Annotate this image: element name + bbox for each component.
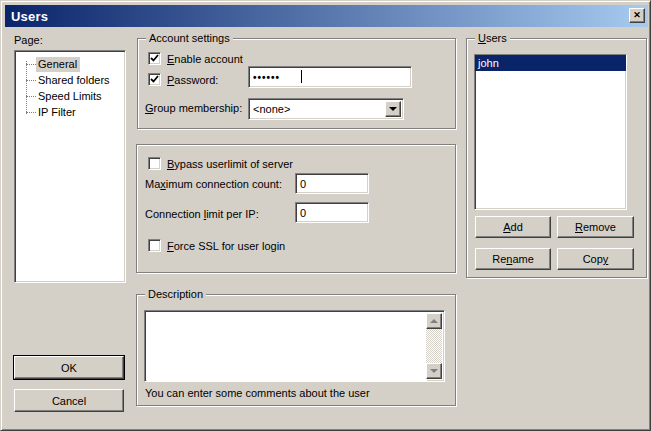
tree-item-label[interactable]: IP Filter [36, 105, 79, 120]
dropdown-button[interactable] [385, 101, 401, 117]
description-group: Description You can enter some comments … [136, 294, 456, 406]
group-membership-select[interactable]: <none> [248, 98, 404, 120]
force-ssl-checkbox[interactable] [148, 239, 161, 252]
connection-limit-per-ip-label: Connection limit per IP: [145, 208, 259, 221]
rename-user-button[interactable]: Rename [475, 248, 551, 270]
users-listbox[interactable]: john [474, 54, 627, 210]
account-settings-group: Account settings Enable account Password… [137, 38, 456, 129]
tree-item-label[interactable]: Shared folders [36, 73, 113, 88]
tree-line-connector [26, 96, 36, 97]
password-input[interactable] [248, 66, 412, 88]
force-ssl-label[interactable]: Force SSL for user login [167, 240, 285, 253]
tree-line-connector [26, 112, 36, 113]
max-connection-count-input[interactable] [295, 173, 369, 194]
close-icon: ✕ [633, 11, 641, 20]
connection-limit-per-ip-input[interactable] [295, 202, 369, 223]
description-box [144, 310, 445, 382]
title-bar[interactable]: Users ✕ [5, 5, 648, 27]
password-checkbox[interactable] [148, 73, 161, 86]
connection-limits-group: Bypass userlimit of server Maximum conne… [136, 144, 456, 273]
users-group-label: Users [475, 32, 510, 45]
bypass-userlimit-checkbox[interactable] [148, 157, 161, 170]
tree-item-ip-filter[interactable]: IP Filter [17, 104, 123, 120]
user-list-item[interactable]: john [475, 55, 626, 71]
text-caret [301, 70, 302, 83]
ok-button[interactable]: OK [14, 356, 124, 379]
check-icon [150, 54, 159, 63]
group-membership-label: Group membership: [145, 102, 242, 115]
arrow-down-icon [430, 369, 438, 373]
tree-line-connector [26, 80, 36, 81]
check-icon [150, 75, 159, 84]
users-dialog: Users ✕ Page: General Shared folders Spe… [0, 0, 651, 431]
tree-item-speed-limits[interactable]: Speed Limits [17, 88, 123, 104]
bypass-userlimit-label[interactable]: Bypass userlimit of server [167, 158, 293, 171]
description-hint: You can enter some comments about the us… [145, 387, 370, 400]
page-tree[interactable]: General Shared folders Speed Limits IP F… [14, 50, 126, 283]
description-scrollbar[interactable] [426, 313, 442, 379]
group-membership-value: <none> [253, 103, 290, 116]
tree-item-label[interactable]: Speed Limits [36, 89, 105, 104]
scroll-down-button[interactable] [426, 363, 442, 379]
scroll-up-button[interactable] [426, 313, 442, 329]
enable-account-checkbox[interactable] [148, 52, 161, 65]
description-textarea[interactable] [147, 313, 427, 381]
tree-item-shared-folders[interactable]: Shared folders [17, 72, 123, 88]
copy-user-button[interactable]: Copy [557, 248, 634, 270]
arrow-up-icon [430, 319, 438, 323]
users-group: Users john Add Remove Rename Copy [466, 38, 647, 278]
max-connection-count-label: Maximum connection count: [145, 178, 282, 191]
account-settings-group-label: Account settings [146, 32, 233, 45]
description-group-label: Description [145, 288, 206, 301]
enable-account-label[interactable]: Enable account [167, 53, 243, 66]
cancel-button[interactable]: Cancel [14, 389, 124, 412]
window-title: Users [5, 9, 48, 24]
chevron-down-icon [389, 107, 397, 111]
password-label[interactable]: Password: [167, 74, 218, 87]
tree-item-general[interactable]: General [17, 56, 123, 72]
tree-line-connector [26, 64, 36, 65]
tree-item-label[interactable]: General [36, 57, 80, 72]
close-button[interactable]: ✕ [629, 8, 645, 23]
add-user-button[interactable]: Add [475, 216, 551, 238]
page-label: Page: [14, 34, 43, 47]
remove-user-button[interactable]: Remove [557, 216, 634, 238]
